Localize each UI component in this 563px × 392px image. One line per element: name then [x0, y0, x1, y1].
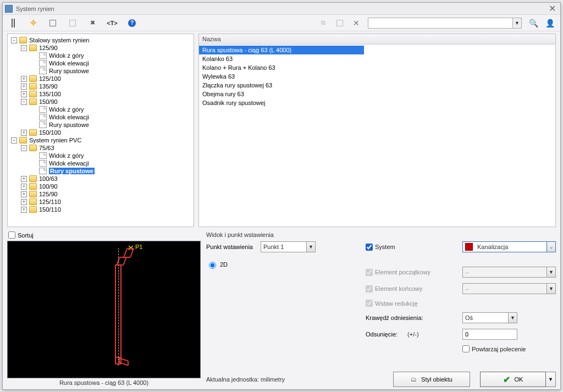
tree-node[interactable]: +135/100	[20, 90, 192, 98]
delete-icon[interactable]: ✕	[351, 18, 361, 28]
expand-icon[interactable]: +	[21, 91, 27, 97]
search-field[interactable]: ▼	[368, 18, 522, 29]
offset-sign: (+/-)	[407, 331, 418, 338]
expand-icon[interactable]: +	[21, 191, 27, 197]
tree-node[interactable]: +100/90	[20, 183, 192, 190]
chevron-down-icon[interactable]: ⌄	[547, 242, 555, 252]
grid2-icon[interactable]	[68, 18, 78, 28]
unit-label: Aktualna jednostka: milimetry	[206, 376, 285, 383]
tree-node[interactable]: +135/90	[20, 82, 192, 90]
list-header-name[interactable]: Nazwa	[199, 34, 555, 45]
list-item[interactable]: Obejma rury 63	[199, 90, 555, 98]
tools-icon[interactable]: ✖	[87, 18, 97, 28]
tree-node[interactable]: +150/100	[20, 129, 192, 136]
mode-2d-radio[interactable]: 2D	[206, 260, 349, 269]
tree-node[interactable]: +150/110	[20, 206, 192, 213]
chevron-down-icon[interactable]: ▼	[306, 242, 315, 252]
tree-node-root2[interactable]: − System rynien PVC	[10, 136, 192, 144]
folder-icon	[29, 83, 37, 90]
folder-icon	[19, 37, 27, 43]
expand-icon[interactable]: +	[21, 199, 27, 205]
list-item[interactable]: Kolanko 63	[199, 54, 555, 63]
expand-icon[interactable]: +	[21, 84, 27, 90]
tree-leaf[interactable]: Rury spustowe	[30, 121, 192, 129]
tag-icon[interactable]: <T>	[107, 18, 117, 28]
ref-edge-combo[interactable]: Oś ▼	[462, 312, 517, 323]
tree-node[interactable]: +125/110	[20, 198, 192, 206]
tree-leaf[interactable]: Widok z góry	[30, 106, 192, 113]
sort-checkbox[interactable]	[8, 231, 15, 239]
start-element-combo: -- ▼	[462, 267, 556, 278]
collapse-icon[interactable]: −	[21, 45, 27, 51]
document-icon	[39, 160, 47, 167]
insert-point-combo[interactable]: Punkt 1 ▼	[261, 241, 316, 252]
end-element-checkbox: Element końcowy	[366, 285, 454, 292]
folder-icon	[29, 98, 37, 105]
tree-panel[interactable]: − Stalowy system rynien − 125/90	[7, 34, 194, 227]
folder-icon	[29, 191, 37, 197]
tree-node[interactable]: − 125/90	[20, 44, 192, 52]
tree-node[interactable]: +125/100	[20, 75, 192, 82]
search-input[interactable]	[368, 20, 512, 26]
system-combo[interactable]: Kanalizacja ⌄	[462, 241, 556, 252]
tree-node[interactable]: +125/90	[20, 190, 192, 198]
expand-icon[interactable]: +	[21, 130, 27, 136]
tree-node[interactable]: − 75/63	[20, 144, 192, 152]
folder-icon	[29, 129, 37, 136]
tree-leaf-selected[interactable]: Rury spustowe	[30, 167, 192, 175]
expand-icon[interactable]: +	[21, 176, 27, 182]
add-icon[interactable]: ✧	[28, 18, 38, 28]
document-icon	[39, 60, 47, 67]
tree-leaf[interactable]: Widok z góry	[30, 152, 192, 159]
find-in-tree-icon[interactable]: 👤	[545, 18, 555, 28]
search-icon[interactable]: 🔍	[528, 18, 538, 28]
system-checkbox[interactable]: System	[366, 244, 454, 251]
tree-leaf[interactable]: Widok elewacji	[30, 59, 192, 67]
mode-2d-input[interactable]	[209, 262, 216, 269]
chevron-down-icon[interactable]: ▼	[508, 313, 517, 323]
dialog-window: System rynien ✕ ✧ ✖ <T> ? ⧉ ✕ ▼ 🔍 👤	[2, 2, 561, 390]
search-dropdown-icon[interactable]: ▼	[512, 18, 521, 28]
tree-leaf[interactable]: Widok elewacji	[30, 159, 192, 167]
tree-node[interactable]: +100/63	[20, 175, 192, 183]
close-icon[interactable]: ✕	[547, 3, 558, 14]
document-icon	[39, 106, 47, 113]
repeat-checkbox[interactable]: Powtarzaj polecenie	[462, 345, 556, 352]
list-item[interactable]: Wylewka 63	[199, 72, 555, 81]
system-value: Kanalizacja	[475, 244, 547, 250]
ok-button[interactable]: ✔ OK	[480, 372, 546, 387]
help-icon[interactable]: ?	[127, 18, 137, 28]
copy-icon[interactable]: ⧉	[318, 18, 328, 28]
preview-canvas[interactable]: ✕ P1	[7, 241, 201, 378]
tree-leaf[interactable]: Widok elewacji	[30, 113, 192, 121]
expand-icon[interactable]: +	[21, 184, 27, 190]
collapse-icon[interactable]: −	[11, 37, 17, 43]
grid-icon[interactable]	[48, 18, 58, 28]
list-item[interactable]: Rura spustowa - ciąg 63 (L 4000)	[199, 46, 364, 54]
collapse-icon[interactable]: −	[11, 137, 17, 143]
tree-node[interactable]: − 150/90	[20, 98, 192, 106]
grid3-icon[interactable]	[335, 18, 345, 28]
app-icon	[5, 5, 13, 13]
tree-leaf[interactable]: Rury spustowe	[30, 67, 192, 75]
expand-icon[interactable]: +	[21, 207, 27, 213]
tree-leaf[interactable]: Widok z góry	[30, 52, 192, 59]
offset-label: Odsunięcie:	[366, 331, 398, 338]
expand-icon[interactable]: +	[21, 76, 27, 82]
mode-2d-label: 2D	[220, 261, 228, 268]
ref-edge-label: Krawędź odniesienia:	[366, 314, 454, 321]
list-body: Rura spustowa - ciąg 63 (L 4000) Kolanko…	[199, 45, 555, 108]
list-item[interactable]: Złączka rury spustowej 63	[199, 81, 555, 90]
document-icon	[39, 68, 47, 74]
collapse-icon[interactable]: −	[21, 145, 27, 151]
style-button[interactable]: 🗂 Styl obiektu	[393, 372, 470, 387]
offset-input[interactable]	[462, 329, 517, 340]
ok-dropdown[interactable]: ▼	[546, 372, 556, 387]
tree-node-root1[interactable]: − Stalowy system rynien	[10, 36, 192, 44]
list-item[interactable]: Kolano + Rura + Kolano 63	[199, 63, 555, 72]
tool-pipes-icon[interactable]	[8, 18, 18, 28]
document-icon	[39, 114, 47, 120]
list-item[interactable]: Osadnik rury spustowej	[199, 98, 555, 107]
folder-icon	[29, 75, 37, 82]
collapse-icon[interactable]: −	[21, 99, 27, 105]
